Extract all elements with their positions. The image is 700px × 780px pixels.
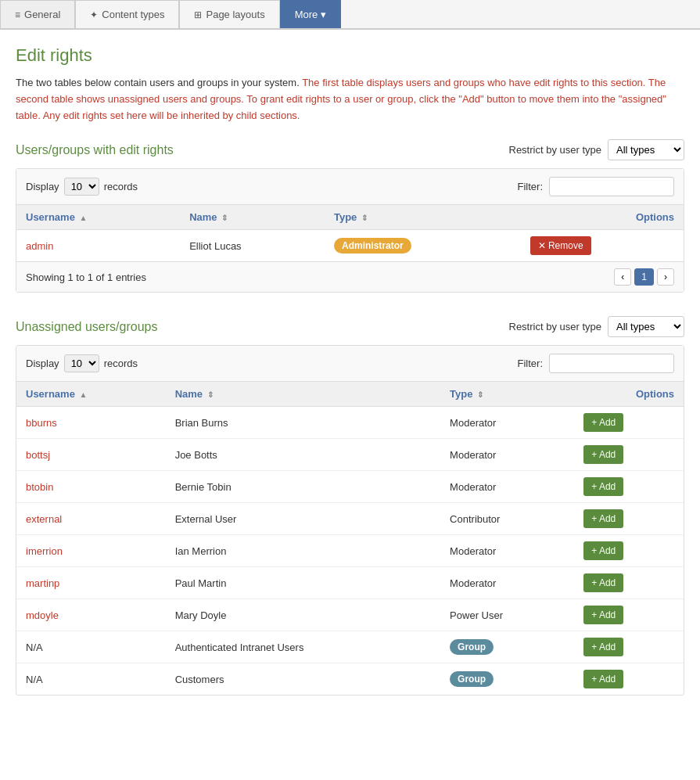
table-row: externalExternal UserContributor+ Add	[16, 503, 684, 535]
table-row: mdoyleMary DoylePower User+ Add	[16, 599, 684, 631]
unassigned-table-controls: Display 10 25 50 records Filter:	[16, 346, 684, 382]
description-before: The two tables below contain users and g…	[16, 77, 302, 88]
username-link[interactable]: martinp	[26, 577, 59, 589]
unassigned-options: + Add	[574, 439, 684, 471]
add-button[interactable]: + Add	[583, 606, 623, 624]
tab-more-label: More ▾	[295, 9, 326, 20]
unassigned-table: Username ▲ Name ⇕ Type ⇕ Options bburnsB…	[16, 382, 684, 695]
username-link[interactable]: admin	[26, 240, 53, 252]
page-1-button[interactable]: 1	[634, 268, 654, 286]
assigned-table-controls: Display 10 25 50 records Filter:	[16, 169, 684, 205]
unassigned-col-username: Username ▲	[16, 382, 166, 407]
assigned-section-title: Users/groups with edit rights	[16, 143, 174, 157]
unassigned-options: + Add	[574, 663, 684, 696]
assigned-display-control: Display 10 25 50 records	[26, 178, 138, 196]
table-row: N/ACustomersGroup+ Add	[16, 663, 684, 696]
unassigned-options: + Add	[574, 567, 684, 599]
tab-general[interactable]: ≡ General	[0, 0, 75, 28]
unassigned-name: Brian Burns	[166, 407, 440, 439]
unassigned-type: Moderator	[440, 439, 574, 471]
unassigned-display-select[interactable]: 10 25 50	[64, 354, 99, 372]
username-link[interactable]: bburns	[26, 417, 57, 429]
unassigned-filter-control: Filter:	[518, 354, 675, 373]
add-button[interactable]: + Add	[583, 413, 623, 432]
type-badge: Group	[450, 671, 494, 687]
remove-button[interactable]: ✕ Remove	[530, 236, 591, 255]
add-button[interactable]: + Add	[583, 573, 623, 592]
assigned-restrict-label: Restrict by user type	[509, 144, 602, 156]
unassigned-name: Joe Botts	[166, 439, 440, 471]
assigned-display-select[interactable]: 10 25 50	[64, 178, 99, 196]
unassigned-options: + Add	[574, 535, 684, 567]
unassigned-section-header: Unassigned users/groups Restrict by user…	[16, 316, 684, 337]
table-row: bburnsBrian BurnsModerator+ Add	[16, 407, 684, 439]
table-row: admin Elliot Lucas Administrator ✕ Remov…	[16, 230, 684, 262]
tab-more[interactable]: More ▾	[280, 0, 341, 28]
unassigned-type: Power User	[440, 599, 574, 631]
username-col-label: Username ▲	[26, 211, 87, 223]
assigned-username: admin	[16, 230, 180, 262]
add-button[interactable]: + Add	[583, 541, 623, 560]
assigned-col-name: Name ⇕	[180, 205, 325, 230]
unassigned-username: bburns	[16, 407, 166, 439]
unassigned-username: N/A	[16, 663, 166, 696]
assigned-filter-label: Filter:	[518, 181, 544, 192]
username-link[interactable]: external	[26, 513, 62, 525]
assigned-showing: Showing 1 to 1 of 1 entries	[26, 271, 146, 283]
username-link[interactable]: mdoyle	[26, 609, 59, 621]
general-icon: ≡	[15, 9, 20, 20]
unassigned-username: N/A	[16, 631, 166, 663]
assigned-table-footer: Showing 1 to 1 of 1 entries ‹ 1 ›	[16, 261, 684, 292]
description: The two tables below contain users and g…	[16, 75, 684, 124]
unassigned-filter-input[interactable]	[549, 354, 674, 373]
unassigned-username: imerrion	[16, 535, 166, 567]
unassigned-table-wrapper: Display 10 25 50 records Filter: Usernam…	[16, 345, 684, 696]
unassigned-display-control: Display 10 25 50 records	[26, 354, 138, 372]
table-row: btobinBernie TobinModerator+ Add	[16, 471, 684, 503]
type-badge: Administrator	[334, 238, 411, 253]
next-page-button[interactable]: ›	[657, 268, 674, 286]
unassigned-name: Authenticated Intranet Users	[166, 631, 440, 663]
content-types-icon: ✦	[90, 9, 98, 20]
add-button[interactable]: + Add	[583, 445, 623, 464]
unassigned-type: Group	[440, 663, 574, 696]
unassigned-type: Moderator	[440, 407, 574, 439]
unassigned-username: btobin	[16, 471, 166, 503]
tab-page-layouts-label: Page layouts	[206, 9, 264, 20]
assigned-filter-control: Filter:	[518, 177, 675, 196]
main-content: Edit rights The two tables below contain…	[0, 30, 700, 735]
assigned-restrict-select[interactable]: All types	[608, 139, 684, 160]
unassigned-name: Bernie Tobin	[166, 471, 440, 503]
unassigned-username: external	[16, 503, 166, 535]
tab-content-types[interactable]: ✦ Content types	[75, 0, 179, 28]
unassigned-type: Moderator	[440, 567, 574, 599]
unassigned-table-header-row: Username ▲ Name ⇕ Type ⇕ Options	[16, 382, 684, 407]
unassigned-options: + Add	[574, 407, 684, 439]
unassigned-type: Contributor	[440, 503, 574, 535]
prev-page-button[interactable]: ‹	[614, 268, 631, 286]
tab-page-layouts[interactable]: ⊞ Page layouts	[179, 0, 279, 28]
username-link[interactable]: imerrion	[26, 545, 63, 557]
assigned-pagination: ‹ 1 ›	[614, 268, 674, 286]
unassigned-name: Paul Martin	[166, 567, 440, 599]
assigned-filter-input[interactable]	[549, 177, 674, 196]
table-row: N/AAuthenticated Intranet UsersGroup+ Ad…	[16, 631, 684, 663]
unassigned-name: Customers	[166, 663, 440, 696]
assigned-section-header: Users/groups with edit rights Restrict b…	[16, 139, 684, 160]
unassigned-name: Ian Merrion	[166, 535, 440, 567]
username-link[interactable]: bottsj	[26, 449, 50, 461]
unassigned-options: + Add	[574, 503, 684, 535]
add-button[interactable]: + Add	[583, 509, 623, 528]
table-row: martinpPaul MartinModerator+ Add	[16, 567, 684, 599]
add-button[interactable]: + Add	[583, 638, 623, 656]
add-button[interactable]: + Add	[583, 670, 623, 688]
assigned-table-header-row: Username ▲ Name ⇕ Type ⇕ Options	[16, 205, 684, 230]
username-link[interactable]: btobin	[26, 481, 53, 493]
assigned-col-username: Username ▲	[16, 205, 180, 230]
unassigned-name: Mary Doyle	[166, 599, 440, 631]
tab-content-types-label: Content types	[102, 9, 164, 20]
add-button[interactable]: + Add	[583, 477, 623, 496]
tab-bar: ≡ General ✦ Content types ⊞ Page layouts…	[0, 0, 700, 30]
unassigned-restrict-select[interactable]: All types	[608, 316, 684, 337]
unassigned-restrict-label: Restrict by user type	[509, 321, 602, 332]
